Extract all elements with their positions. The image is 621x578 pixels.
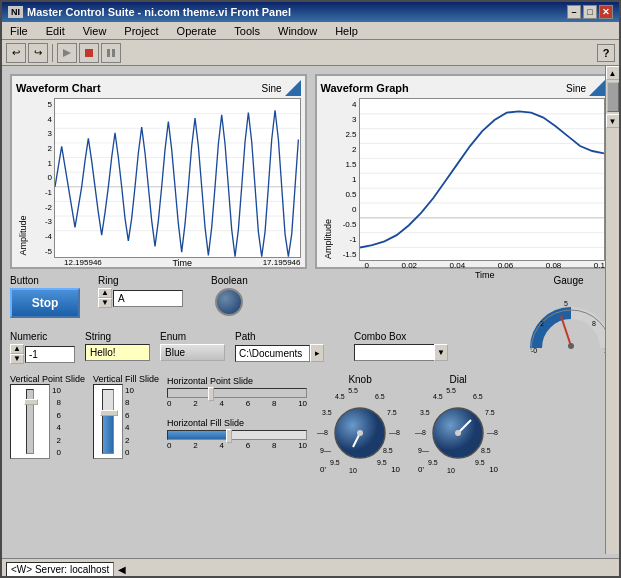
minimize-button[interactable]: – xyxy=(567,5,581,19)
numeric-input[interactable] xyxy=(25,346,75,363)
v-fill-labels: 10 8 6 4 2 0 xyxy=(125,384,134,459)
ring-control: ▲ ▼ xyxy=(98,288,183,308)
v-fill-track xyxy=(102,389,114,454)
toolbar-pause[interactable] xyxy=(101,43,121,63)
knob-svg: 5.5 4.5 6.5 3.5 7.5 —8 —8 9— 8.5 9.5 9.5… xyxy=(315,385,405,475)
run-icon xyxy=(61,47,73,59)
scrollbar-vertical: ▲ ▼ xyxy=(605,66,619,554)
svg-text:6.5: 6.5 xyxy=(375,393,385,400)
menu-window[interactable]: Window xyxy=(274,23,321,39)
h-point-track[interactable] xyxy=(167,388,307,398)
gauge-label: Gauge xyxy=(526,275,611,286)
h-point-labels: 0 2 4 6 8 10 xyxy=(167,399,307,408)
vertical-point-slide-track[interactable] xyxy=(10,384,50,459)
svg-text:9.5: 9.5 xyxy=(428,459,438,466)
toolbar-redo[interactable]: ↪ xyxy=(28,43,48,63)
toolbar-stop[interactable] xyxy=(79,43,99,63)
svg-rect-3 xyxy=(112,49,115,57)
h-point-thumb[interactable] xyxy=(208,387,214,401)
menu-file[interactable]: File xyxy=(6,23,32,39)
toolbar-undo[interactable]: ↩ xyxy=(6,43,26,63)
menu-view[interactable]: View xyxy=(79,23,111,39)
close-button[interactable]: ✕ xyxy=(599,5,613,19)
string-label: String xyxy=(85,331,150,342)
window-controls: – □ ✕ xyxy=(567,5,613,19)
menu-tools[interactable]: Tools xyxy=(230,23,264,39)
svg-text:10: 10 xyxy=(349,467,357,474)
enum-wrapper: Red Green Blue xyxy=(160,344,225,361)
gauge-display: -0 10— 5 2 8 xyxy=(526,288,611,353)
ring-label: Ring xyxy=(98,275,183,286)
waveform-chart-body: Amplitude 5 4 3 2 1 0 -1 -2 -3 -4 xyxy=(16,98,301,268)
stop-button[interactable]: Stop xyxy=(10,288,80,318)
v-fill-thumb[interactable] xyxy=(100,410,118,416)
svg-text:—8: —8 xyxy=(415,429,426,436)
svg-text:3.5: 3.5 xyxy=(420,409,430,416)
combo-box-arrow[interactable]: ▼ xyxy=(434,344,448,361)
string-input[interactable] xyxy=(85,344,150,361)
numeric-up[interactable]: ▲ xyxy=(10,344,24,354)
ring-input[interactable] xyxy=(113,290,183,307)
numeric-down[interactable]: ▼ xyxy=(10,354,24,364)
waveform-chart-x-labels: 12.195946 Time 17.195946 xyxy=(64,258,301,268)
waveform-chart-type-label: Sine xyxy=(261,83,281,94)
h-point-slide-control: 0 2 4 6 8 10 xyxy=(167,388,307,408)
help-icon[interactable]: ? xyxy=(597,44,615,62)
pause-icon xyxy=(105,47,117,59)
vertical-fill-slide-track[interactable] xyxy=(93,384,123,459)
server-status: <W> Server: localhost xyxy=(6,562,114,577)
path-browse-button[interactable]: ▸ xyxy=(310,344,324,362)
v-point-thumb[interactable] xyxy=(24,399,38,405)
waveform-graph-header: Waveform Graph Sine xyxy=(321,80,606,96)
svg-rect-2 xyxy=(107,49,110,57)
menu-edit[interactable]: Edit xyxy=(42,23,69,39)
scroll-thumb[interactable] xyxy=(607,82,619,112)
waveform-chart-type-icon xyxy=(285,80,301,96)
waveform-graph-svg xyxy=(360,99,605,260)
charts-row: Waveform Chart Sine Amplitude xyxy=(10,74,611,269)
waveform-graph-inner: Amplitude 4 3 2.5 2 1.5 1 0.5 0 -0.5 xyxy=(321,98,606,261)
knob-label: Knob xyxy=(348,374,371,385)
v-fill-fill xyxy=(103,415,113,453)
vertical-fill-slide-body: 10 8 6 4 2 0 xyxy=(93,384,134,459)
menu-project[interactable]: Project xyxy=(120,23,162,39)
vertical-point-slide-label: Vertical Point Slide xyxy=(10,374,85,384)
svg-marker-15 xyxy=(589,80,605,96)
svg-text:3.5: 3.5 xyxy=(322,409,332,416)
h-fill-slide-control: 0 2 4 6 8 10 xyxy=(167,430,307,450)
status-arrow[interactable]: ◀ xyxy=(118,564,126,575)
waveform-graph-y-label: Amplitude xyxy=(321,98,335,261)
toolbar-run[interactable] xyxy=(57,43,77,63)
h-slides-knob-area: Horizontal Point Slide 0 2 4 6 8 10 xyxy=(167,374,307,474)
waveform-chart-y-labels: 5 4 3 2 1 0 -1 -2 -3 -4 -5 xyxy=(30,98,54,258)
waveform-graph-type: Sine xyxy=(566,80,605,96)
svg-text:4.5: 4.5 xyxy=(433,393,443,400)
ring-down-arrow[interactable]: ▼ xyxy=(98,298,112,308)
enum-select[interactable]: Red Green Blue xyxy=(160,344,225,361)
svg-text:5.5: 5.5 xyxy=(446,387,456,394)
toolbar-separator-1 xyxy=(52,44,53,62)
menu-help[interactable]: Help xyxy=(331,23,362,39)
svg-text:7.5: 7.5 xyxy=(387,409,397,416)
svg-text:—8: —8 xyxy=(487,429,498,436)
dial-display: 5.5 4.5 6.5 3.5 7.5 —8 —8 9— 8.5 9.5 9.5… xyxy=(413,385,503,475)
waveform-chart-inner: Amplitude 5 4 3 2 1 0 -1 -2 -3 -4 xyxy=(16,98,301,258)
scroll-down-arrow[interactable]: ▼ xyxy=(606,114,620,128)
h-fill-thumb[interactable] xyxy=(226,429,232,443)
stop-icon xyxy=(83,47,95,59)
svg-text:4.5: 4.5 xyxy=(335,393,345,400)
path-input[interactable] xyxy=(235,345,310,362)
svg-text:9—: 9— xyxy=(418,447,429,454)
svg-text:8: 8 xyxy=(592,320,596,327)
svg-text:6.5: 6.5 xyxy=(473,393,483,400)
button-group: Button Stop xyxy=(10,275,80,318)
h-fill-track[interactable] xyxy=(167,430,307,440)
ring-up-arrow[interactable]: ▲ xyxy=(98,288,112,298)
v-point-labels: 10 8 6 4 2 0 xyxy=(52,384,61,459)
maximize-button[interactable]: □ xyxy=(583,5,597,19)
boolean-control[interactable] xyxy=(215,288,243,316)
menu-operate[interactable]: Operate xyxy=(173,23,221,39)
svg-text:9.5: 9.5 xyxy=(377,459,387,466)
combo-box-input[interactable] xyxy=(354,344,434,361)
scroll-up-arrow[interactable]: ▲ xyxy=(606,66,620,80)
